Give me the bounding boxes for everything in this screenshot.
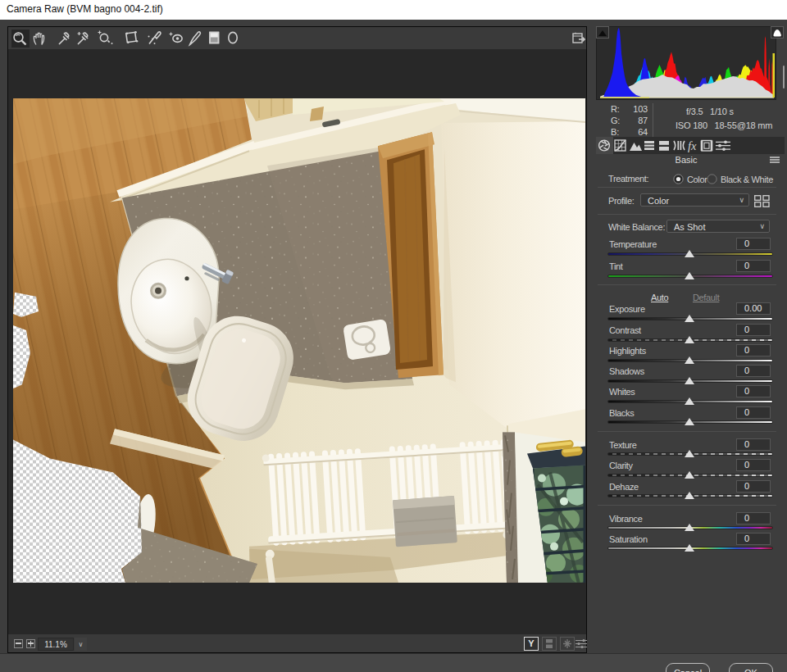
svg-text:fx: fx (688, 139, 697, 152)
